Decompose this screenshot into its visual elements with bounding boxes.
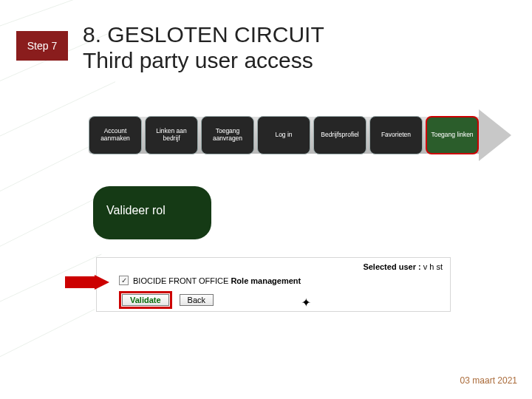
progress-step-4: Log in xyxy=(257,116,310,154)
page-title: 8. GESLOTEN CIRCUIT Third party user acc… xyxy=(83,22,324,73)
svg-line-7 xyxy=(0,310,95,358)
progress-step-label: Log in xyxy=(275,132,292,139)
selected-user-label: Selected user : xyxy=(363,262,420,271)
role-text-suffix: Role management xyxy=(231,276,301,285)
role-text-prefix: BIOCIDE FRONT OFFICE xyxy=(133,276,228,285)
step-badge-label: Step 7 xyxy=(27,40,57,52)
progress-step-label: Bedrijfsprofiel xyxy=(321,132,359,139)
progress-step-6: Favorieten xyxy=(369,116,423,154)
selected-user-value: v h st xyxy=(423,262,443,271)
title-line-2: Third party user access xyxy=(83,48,313,72)
progress-step-label: Favorieten xyxy=(381,132,411,139)
progress-step-label: Linken aan bedrijf xyxy=(149,128,194,143)
role-row: ✓ BIOCIDE FRONT OFFICE Role management xyxy=(97,274,450,288)
button-row: Validate Back xyxy=(97,288,450,313)
progress-step-label: Toegang aanvragen xyxy=(205,128,250,143)
callout-text: Valideer rol xyxy=(106,204,166,216)
svg-marker-8 xyxy=(65,275,109,290)
progress-step-5: Bedrijfsprofiel xyxy=(313,116,366,154)
role-text: BIOCIDE FRONT OFFICE Role management xyxy=(133,276,301,285)
svg-line-1 xyxy=(0,0,95,27)
selected-user-row: Selected user : v h st xyxy=(97,258,450,274)
title-line-1: 8. GESLOTEN CIRCUIT xyxy=(83,22,324,47)
validate-button-highlight: Validate xyxy=(119,291,172,309)
progress-step-label: Account aanmaken xyxy=(92,128,138,143)
role-checkbox[interactable]: ✓ xyxy=(119,276,129,285)
callout-bubble: Valideer rol xyxy=(93,186,211,239)
back-button[interactable]: Back xyxy=(180,294,214,306)
cursor-icon: ✦ xyxy=(301,296,311,310)
step-badge: Step 7 xyxy=(16,31,68,61)
pointer-arrow-icon xyxy=(65,275,109,290)
progress-steps: Account aanmaken Linken aan bedrijf Toeg… xyxy=(89,111,479,154)
progress-step-1: Account aanmaken xyxy=(89,116,142,154)
progress-arrow: Account aanmaken Linken aan bedrijf Toeg… xyxy=(89,111,517,163)
progress-step-2: Linken aan bedrijf xyxy=(145,116,198,154)
progress-step-label: Toegang linken xyxy=(431,132,473,139)
progress-step-7-current: Toegang linken xyxy=(426,116,479,154)
progress-step-3: Toegang aanvragen xyxy=(201,116,254,154)
validate-panel: Selected user : v h st ✓ BIOCIDE FRONT O… xyxy=(96,257,451,312)
svg-line-5 xyxy=(0,192,109,248)
slide-date: 03 maart 2021 xyxy=(460,375,517,386)
validate-button[interactable]: Validate xyxy=(122,294,169,306)
